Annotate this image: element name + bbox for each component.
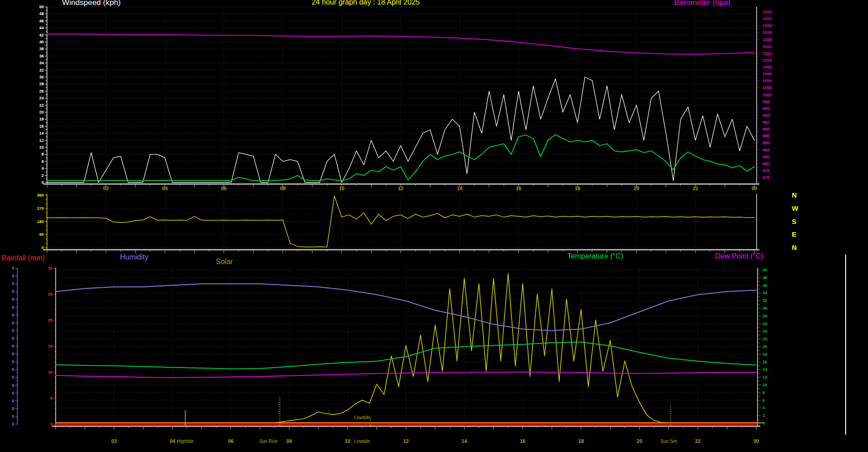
hour-label: 06 [221,186,226,191]
hour-label: 16 [516,186,521,191]
humidity-tick-label: 0 [12,328,14,333]
humidity-tick-label: 0 [12,359,14,364]
annotation-label-lowtide: Lowtide [354,439,370,444]
barometer-tick-label: 978 [763,168,769,173]
barometer-tick-label: 1024 [763,10,772,14]
humidity-tick-label: 5 [12,367,14,372]
humidity-tick-label: 0 [12,391,14,395]
humidity-tick-label: 0 [12,266,14,270]
humidity-tick-label: 5 [12,399,14,403]
hour-label: 08 [287,438,292,444]
compass-label: W [792,204,799,212]
barometer-tick-label: 1016 [763,37,772,42]
barometer-tick-label: 1008 [763,65,772,69]
humidity-tick-label: 0 [12,375,14,379]
rainfall-tick-label: 25 [48,292,52,296]
hour-label: 02 [103,186,109,191]
windspeed-tick-label: 34 [39,61,44,65]
temperature-tick-label: 32 [763,298,767,303]
humidity-tick-label: 5 [12,336,14,341]
humidity-tick-label: 5 [12,289,14,294]
hour-label: 16 [520,438,525,444]
temperature-tick-label: 14 [763,367,767,372]
rainfall-tick-label: 30 [48,266,52,270]
humidity-tick-label: 0 [12,281,14,286]
hour-label: 04 [162,186,168,191]
windspeed-tick-label: 2 [42,173,44,178]
temperature-title: Temperature (°C) [567,253,623,260]
hour-label: 10 [339,186,345,191]
compass-label: N [792,244,797,251]
temperature-tick-label: 36 [763,283,767,288]
windspeed-tick-label: 20 [39,110,44,114]
x-axis-bar [43,249,759,250]
windspeed-tick-label: 42 [39,33,44,37]
windspeed-tick-label: 14 [39,131,44,135]
hour-label: 04 [170,438,176,444]
temperature-tick-label: 38 [763,275,767,280]
dew-point-title: Dew Point (°C) [715,253,763,260]
barometer-tick-label: 1000 [763,93,772,97]
hour-label: 10 [345,438,350,444]
hour-label: 12 [398,186,403,191]
windspeed-barometer-chart: 0246810121416182022242628303234363840424… [0,0,868,192]
windspeed-tick-label: 6 [42,159,44,164]
direction-tick-label: 270 [37,206,44,211]
humidity-tick-label: 5 [12,414,14,419]
humidity-tick-label: 5 [12,274,14,278]
hour-label: 18 [575,186,580,191]
windspeed-average-line [47,135,754,181]
windspeed-tick-label: 18 [39,117,44,121]
rainfall-tick-label: 15 [48,344,52,348]
annotation-label-sun-rise: Sun Rise [259,439,278,444]
barometer-tick-label: 1014 [763,44,772,49]
temperature-tick-label: 26 [763,322,767,326]
temperature-tick-label: 6 [763,398,765,403]
temperature-tick-label: 16 [763,360,767,364]
barometer-tick-label: 996 [763,106,769,111]
barometer-tick-label: 1012 [763,51,772,56]
compass-label: E [792,230,796,238]
temperature-tick-label: 10 [763,383,767,387]
hour-label: 08 [280,186,286,191]
x-axis-bar [43,183,759,185]
barometer-tick-label: 984 [763,148,769,152]
humidity-tick-label: 0 [12,422,14,426]
windspeed-tick-label: 48 [39,11,44,16]
temperature-tick-label: 2 [763,413,765,418]
barometer-tick-label: 994 [763,113,769,118]
windspeed-tick-label: 38 [39,47,44,51]
hour-label: 12 [403,438,408,444]
windspeed-tick-label: 32 [39,68,44,73]
hour-label: 00 [753,438,759,444]
x-axis-bar [52,426,760,427]
barometer-tick-label: 982 [763,155,769,159]
wind-direction-chart: 090180270360NWSEN [0,192,868,253]
temperature-tick-label: 0 [763,421,765,426]
hour-label: 20 [634,186,639,191]
temperature-tick-label: 8 [763,390,765,395]
windspeed-tick-label: 26 [39,89,44,94]
windspeed-tick-label: 16 [39,124,44,129]
temperature-tick-label: 24 [763,329,767,333]
hour-label: 06 [228,438,234,444]
windspeed-tick-label: 36 [39,54,44,58]
rainfall-tick-label: 5 [50,396,52,400]
rain-humidity-solar-temp-chart: 0505050505050505050500510152025300246810… [0,266,868,452]
direction-tick-label: 360 [37,193,44,197]
right-edge-line [845,255,846,435]
barometer-tick-label: 992 [763,120,769,125]
rainfall-tick-label: 20 [48,318,52,322]
humidity-tick-label: 5 [12,352,14,356]
temperature-tick-label: 12 [763,375,767,379]
windspeed-tick-label: 46 [39,19,44,23]
hour-label: 20 [637,438,642,444]
barometer-tick-label: 986 [763,140,769,145]
barometer-tick-label: 998 [763,99,769,104]
temperature-tick-label: 40 [763,268,767,272]
hour-label: 14 [457,186,463,191]
humidity-tick-label: 5 [12,305,14,310]
annotation-inplot-label: Lowtide [354,415,370,420]
temperature-tick-label: 28 [763,314,767,318]
temperature-tick-label: 20 [763,344,767,349]
